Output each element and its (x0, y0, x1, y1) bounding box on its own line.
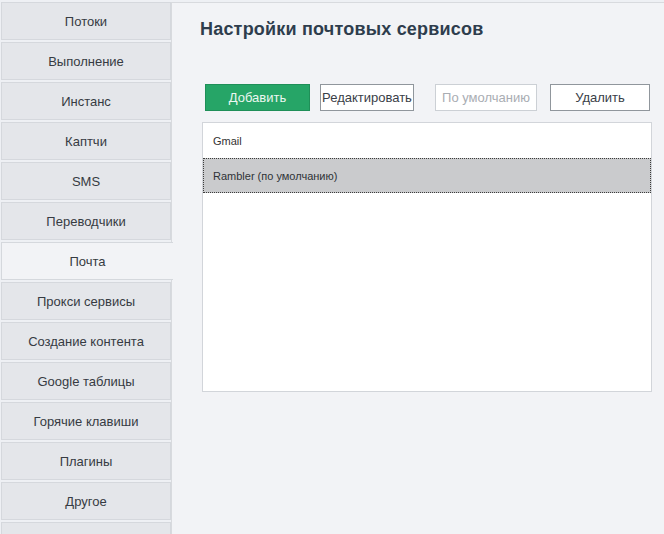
list-item-label: Gmail (213, 135, 242, 147)
sidebar-item-kaptchi[interactable]: Каптчи (1, 122, 171, 160)
sidebar-item-label: Google таблицы (37, 374, 134, 389)
sidebar-item-label: Плагины (60, 454, 113, 469)
sidebar-item-sms[interactable]: SMS (1, 162, 171, 200)
mail-services-list: Gmail Rambler (по умолчанию) (202, 122, 652, 392)
sidebar-item-label: Прокси сервисы (37, 294, 135, 309)
sidebar-item-goryachie-klavishi[interactable]: Горячие клавиши (1, 402, 171, 440)
sidebar-items: Потоки Выполнение Инстанс Каптчи SMS Пер… (1, 2, 174, 520)
list-item-rambler[interactable]: Rambler (по умолчанию) (203, 158, 651, 193)
sidebar-item-plaginy[interactable]: Плагины (1, 442, 171, 480)
add-button[interactable]: Добавить (205, 84, 310, 111)
sidebar-item-vypolnenie[interactable]: Выполнение (1, 42, 171, 80)
sidebar-item-label: Почта (69, 254, 105, 269)
sidebar-item-label: Выполнение (48, 54, 124, 69)
sidebar-item-label: Другое (65, 494, 106, 509)
sidebar-item-proksi-servisy[interactable]: Прокси сервисы (1, 282, 171, 320)
sidebar-item-label: Создание контента (28, 334, 144, 349)
sidebar-item-partial[interactable] (1, 522, 171, 534)
list-item-gmail[interactable]: Gmail (203, 123, 651, 158)
sidebar-item-potoki[interactable]: Потоки (1, 2, 171, 40)
sidebar-item-google-tablicy[interactable]: Google таблицы (1, 362, 171, 400)
page-title: Настройки почтовых сервисов (200, 19, 483, 40)
sidebar-item-sozdanie-kontenta[interactable]: Создание контента (1, 322, 171, 360)
sidebar: Потоки Выполнение Инстанс Каптчи SMS Пер… (1, 2, 174, 534)
sidebar-item-label: Потоки (65, 14, 107, 29)
sidebar-item-label: Инстанс (61, 94, 111, 109)
sidebar-item-drugoe[interactable]: Другое (1, 482, 171, 520)
default-button: По умолчанию (435, 84, 537, 111)
sidebar-item-perevodchiki[interactable]: Переводчики (1, 202, 171, 240)
sidebar-item-label: Горячие клавиши (34, 414, 139, 429)
edit-button[interactable]: Редактировать (320, 84, 414, 111)
sidebar-item-label: Каптчи (65, 134, 107, 149)
sidebar-item-label: SMS (72, 174, 100, 189)
sidebar-item-instans[interactable]: Инстанс (1, 82, 171, 120)
delete-button[interactable]: Удалить (550, 84, 650, 111)
sidebar-item-pochta[interactable]: Почта (1, 242, 173, 280)
sidebar-item-label: Переводчики (46, 214, 125, 229)
list-item-label: Rambler (по умолчанию) (213, 170, 337, 182)
